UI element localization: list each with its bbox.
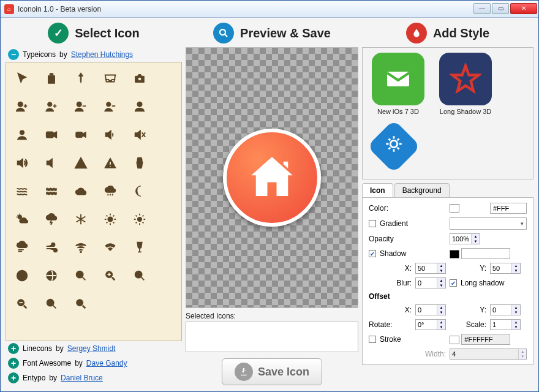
style-heading: Add Style bbox=[433, 26, 489, 40]
cloud-icon[interactable] bbox=[69, 179, 93, 203]
svg-point-24 bbox=[390, 140, 397, 147]
close-button[interactable]: ✕ bbox=[510, 3, 537, 14]
opacity-spinner[interactable]: ▲▼ bbox=[450, 233, 480, 244]
wind-icon[interactable] bbox=[39, 235, 64, 260]
warning-icon[interactable] bbox=[98, 151, 123, 175]
gradient-label: Gradient bbox=[380, 219, 408, 228]
blur-spinner[interactable]: ▲▼ bbox=[415, 277, 446, 288]
color-swatch[interactable] bbox=[450, 204, 459, 213]
shadow-y-spinner[interactable]: ▲▼ bbox=[490, 263, 521, 274]
sun-icon[interactable] bbox=[127, 207, 152, 232]
tab-background[interactable]: Background bbox=[394, 183, 450, 197]
zoom-in-outline-icon[interactable] bbox=[69, 263, 93, 288]
collapse-icon[interactable]: − bbox=[8, 49, 19, 60]
wine-icon[interactable] bbox=[127, 235, 152, 260]
video-icon[interactable] bbox=[69, 123, 93, 147]
globe-icon[interactable] bbox=[39, 263, 64, 288]
expand-icon[interactable]: + bbox=[8, 358, 19, 369]
blank-cell bbox=[157, 179, 181, 203]
preview-canvas[interactable] bbox=[186, 47, 358, 308]
gradient-checkbox[interactable]: Gradient bbox=[369, 219, 446, 228]
search-icon[interactable] bbox=[69, 292, 93, 316]
checkbox-icon bbox=[369, 220, 376, 227]
zoom-out-outline-icon[interactable] bbox=[127, 263, 152, 288]
icon-grid-scroll[interactable] bbox=[6, 62, 182, 341]
expand-icon[interactable]: + bbox=[8, 372, 19, 383]
shadow-checkbox[interactable]: ✔ Shadow bbox=[369, 249, 446, 258]
family-entypo[interactable]: + Entypo by Daniel Bruce bbox=[6, 371, 182, 385]
maximize-button[interactable]: ▭ bbox=[492, 3, 509, 14]
magnifier-circle-icon bbox=[213, 23, 234, 43]
style-preset-diamond[interactable] bbox=[368, 121, 429, 174]
selected-icons-box[interactable] bbox=[186, 322, 358, 352]
shadow-color-swatch[interactable] bbox=[450, 250, 459, 258]
family-fontawesome[interactable]: + Font Awesome by Dave Gandy bbox=[6, 356, 182, 371]
expand-icon[interactable]: + bbox=[8, 343, 19, 354]
storm-icon[interactable] bbox=[39, 207, 64, 232]
window-title: Iconoin 1.0 - Beta version bbox=[18, 5, 472, 13]
rotate-spinner[interactable]: ▲▼ bbox=[415, 319, 446, 330]
wifi-outline-icon[interactable] bbox=[69, 235, 93, 260]
sun-outline-icon[interactable] bbox=[98, 207, 123, 232]
stroke-checkbox[interactable]: Stroke bbox=[369, 335, 446, 344]
trash-icon[interactable] bbox=[39, 66, 64, 91]
offset-x-spinner[interactable]: ▲▼ bbox=[415, 304, 446, 315]
snow-icon[interactable] bbox=[69, 207, 93, 232]
family-typeicons[interactable]: − Typeicons by Stephen Hutchings bbox=[6, 47, 182, 62]
wind-cloud-icon[interactable] bbox=[10, 235, 34, 260]
zoom-out-icon[interactable] bbox=[10, 292, 34, 316]
cursor-icon[interactable] bbox=[10, 66, 34, 91]
user-icon[interactable] bbox=[10, 123, 34, 147]
volume-high-icon[interactable] bbox=[10, 151, 34, 175]
family-linecons[interactable]: + Linecons by Sergey Shmidt bbox=[6, 341, 182, 356]
tab-icon[interactable]: Icon bbox=[362, 183, 393, 197]
user-remove-icon[interactable] bbox=[69, 94, 93, 119]
zoom-in-icon[interactable] bbox=[98, 263, 123, 288]
wifi-icon[interactable] bbox=[98, 235, 123, 260]
save-icon-button[interactable]: Save Icon bbox=[222, 358, 322, 385]
offset-heading: Offset bbox=[369, 292, 527, 301]
color-input[interactable] bbox=[490, 203, 527, 214]
stroke-label: Stroke bbox=[380, 335, 401, 344]
camera-icon[interactable] bbox=[127, 66, 152, 91]
minimize-button[interactable]: — bbox=[473, 3, 491, 14]
volume-mute-icon[interactable] bbox=[127, 123, 152, 147]
gradient-select[interactable]: ▾ bbox=[450, 217, 527, 230]
svg-point-2 bbox=[48, 102, 52, 107]
user-remove-fill-icon[interactable] bbox=[98, 94, 123, 119]
waves-outline-icon[interactable] bbox=[10, 179, 34, 203]
svg-point-21 bbox=[77, 300, 83, 306]
scale-spinner[interactable]: ▲▼ bbox=[490, 319, 521, 330]
author-prefix: by bbox=[56, 344, 64, 353]
search-outline-icon[interactable] bbox=[39, 292, 64, 316]
family-author-link[interactable]: Sergey Shmidt bbox=[67, 344, 116, 353]
watch-icon[interactable] bbox=[127, 151, 152, 175]
shadow-x-spinner[interactable]: ▲▼ bbox=[415, 263, 446, 274]
rotate-label: Rotate: bbox=[369, 320, 412, 329]
family-author-link[interactable]: Stephen Hutchings bbox=[71, 50, 133, 59]
inbox-icon[interactable] bbox=[98, 66, 123, 91]
volume-icon[interactable] bbox=[39, 151, 64, 175]
volume-low-icon[interactable] bbox=[98, 123, 123, 147]
style-preset-longshadow[interactable]: Long Shadow 3D bbox=[435, 53, 496, 115]
pin-icon[interactable] bbox=[69, 66, 93, 91]
moon-icon[interactable] bbox=[127, 179, 152, 203]
family-author-link[interactable]: Dave Gandy bbox=[86, 359, 127, 368]
globe-outline-icon[interactable] bbox=[10, 263, 34, 288]
waves-icon[interactable] bbox=[39, 179, 64, 203]
family-author-link[interactable]: Daniel Bruce bbox=[61, 374, 103, 382]
user-outline-icon[interactable] bbox=[127, 94, 152, 119]
shadow-color-input[interactable] bbox=[461, 248, 510, 259]
offset-y-spinner[interactable]: ▲▼ bbox=[490, 304, 521, 315]
titlebar[interactable]: ⌂ Iconoin 1.0 - Beta version — ▭ ✕ bbox=[1, 1, 538, 18]
style-preset-ios7[interactable]: New iOs 7 3D bbox=[368, 53, 429, 115]
style-preset-label: Long Shadow 3D bbox=[435, 108, 496, 115]
longshadow-checkbox[interactable]: ✔ Long shadow bbox=[450, 279, 527, 287]
user-add-icon[interactable] bbox=[39, 94, 64, 119]
warning-outline-icon[interactable] bbox=[69, 151, 93, 175]
video-outline-icon[interactable] bbox=[39, 123, 64, 147]
offset-y-label: Y: bbox=[450, 306, 486, 314]
rain-icon[interactable] bbox=[98, 179, 123, 203]
partly-cloudy-icon[interactable] bbox=[10, 207, 34, 232]
user-add-outline-icon[interactable] bbox=[10, 94, 34, 119]
